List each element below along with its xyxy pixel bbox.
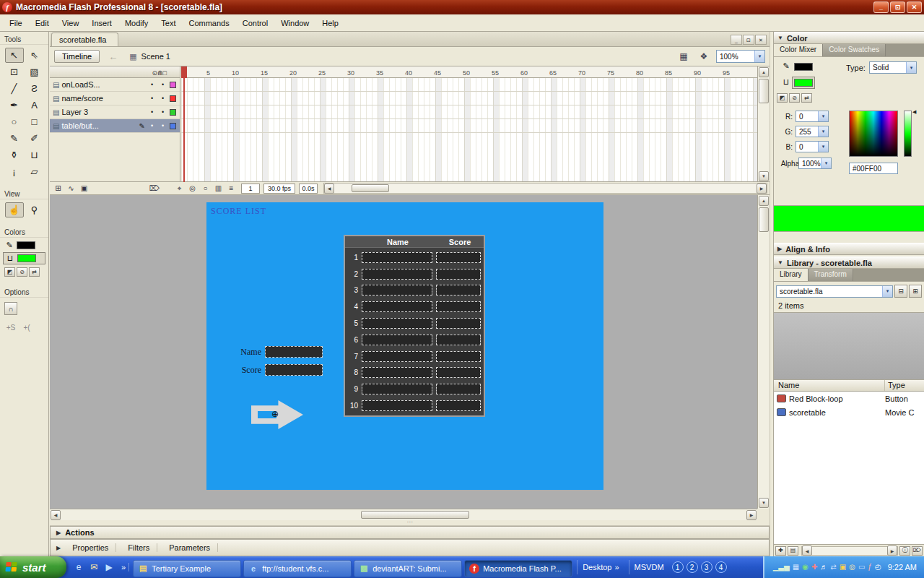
stepper-arrow-icon[interactable]: ▾ — [818, 126, 828, 137]
score-text-field[interactable] — [436, 318, 481, 329]
text-tool[interactable]: A — [25, 98, 44, 113]
zoom-tool[interactable]: ⚲ — [25, 202, 44, 217]
new-folder-button[interactable]: ▤ — [788, 546, 798, 556]
library-panel-header[interactable]: ▼ Library - scoretable.fla — [774, 256, 924, 269]
score-text-field[interactable] — [436, 269, 481, 280]
edit-multiple-frames-button[interactable]: ▥ — [212, 183, 225, 194]
align-info-panel-header[interactable]: ▶ Align & Info — [774, 243, 924, 255]
taskbar-task-button[interactable]: f Macromedia Flash P... — [464, 560, 572, 577]
library-item[interactable]: scoretable Movie C — [774, 405, 924, 419]
layer-outline-color-swatch[interactable] — [170, 82, 176, 88]
scroll-left-arrow[interactable]: ◀ — [324, 184, 334, 194]
name-text-field[interactable] — [362, 384, 432, 394]
edit-scene-button[interactable]: ▦ — [676, 49, 692, 64]
show-layers-as-outlines-icon[interactable]: □ — [163, 69, 167, 77]
scroll-right-arrow[interactable]: ▶ — [757, 184, 767, 194]
score-text-field[interactable] — [436, 367, 481, 378]
new-library-window-button[interactable]: ⊞ — [909, 285, 922, 298]
swap-colors-button[interactable]: ⇄ — [29, 267, 40, 277]
name-text-field[interactable] — [362, 400, 432, 411]
frame-ruler[interactable]: 15101520253035404550556065707580859095 — [181, 66, 757, 78]
score-input-field[interactable] — [265, 364, 323, 376]
name-text-field[interactable] — [362, 301, 432, 312]
virtual-desktop-button[interactable]: 3 — [701, 561, 712, 573]
show-hide-all-layers-icon[interactable]: ⊙ — [152, 69, 157, 77]
dropdown-arrow-icon[interactable]: ▾ — [882, 286, 892, 297]
score-text-field[interactable] — [436, 384, 481, 394]
oval-tool[interactable]: ○ — [5, 114, 24, 129]
library-horizontal-scrollbar[interactable]: ◀ ▶ — [801, 546, 898, 556]
scroll-left-arrow[interactable]: ◀ — [802, 545, 812, 556]
center-frame-button[interactable]: ⌖ — [173, 183, 186, 194]
virtual-desktop-button[interactable]: 2 — [687, 561, 698, 573]
timeline-layer[interactable]: ▤ name/score ✎ • • — [50, 92, 180, 105]
pen-tool[interactable]: ✒ — [5, 98, 24, 113]
doc-restore-button[interactable]: ⊡ — [743, 35, 754, 45]
default-colors-button[interactable]: ◩ — [777, 93, 788, 103]
timeline-horizontal-scrollbar[interactable]: ◀ ▶ — [323, 183, 767, 194]
back-button[interactable]: ← — [108, 51, 118, 62]
taskbar-task-button[interactable]: ▤ Tertiary Example — [133, 560, 241, 577]
score-text-field[interactable] — [436, 252, 481, 263]
channel-value-input[interactable]: 0 ▾ — [796, 111, 829, 122]
frames-grid[interactable] — [181, 78, 757, 182]
tab-color-swatches[interactable]: Color Swatches — [823, 44, 886, 56]
library-column-name[interactable]: Name — [774, 380, 885, 391]
timeline-layer[interactable]: ▤ Layer 3 ✎ • • — [50, 105, 180, 119]
score-text-field[interactable] — [436, 301, 481, 312]
layer-visibility-dot[interactable]: • — [147, 81, 157, 88]
pin-library-button[interactable]: ⊟ — [894, 285, 907, 298]
scroll-up-arrow[interactable]: ▲ — [759, 67, 769, 77]
pencil-tool[interactable]: ✎ — [5, 131, 24, 146]
scroll-left-arrow[interactable]: ◀ — [51, 510, 61, 520]
free-transform-tool[interactable]: ⊡ — [5, 64, 24, 79]
layer-lock-dot[interactable]: • — [157, 108, 168, 116]
menu-item[interactable]: View — [56, 17, 86, 30]
name-input-field[interactable] — [265, 346, 323, 358]
close-button[interactable]: ✕ — [907, 1, 922, 13]
tab-library[interactable]: Library — [774, 269, 808, 281]
score-text-field[interactable] — [436, 335, 481, 345]
layer-outline-color-swatch[interactable] — [170, 123, 176, 129]
library-document-select[interactable]: scoretable.fla ▾ — [776, 285, 893, 298]
layer-lock-dot[interactable]: • — [157, 95, 168, 102]
menu-item[interactable]: Edit — [29, 17, 56, 30]
outlook-quicklaunch-icon[interactable]: ✉ — [87, 561, 100, 574]
taskbar-clock[interactable]: 9:22 AM — [888, 563, 917, 571]
subselection-tool[interactable]: ⇖ — [25, 48, 44, 63]
doc-minimize-button[interactable]: _ — [731, 35, 742, 45]
straighten-option[interactable]: +( — [20, 321, 33, 334]
scroll-up-arrow[interactable]: ▲ — [759, 196, 769, 206]
rectangle-tool[interactable]: □ — [25, 114, 44, 129]
stepper-arrow-icon[interactable]: ▾ — [818, 111, 828, 121]
tab-parameters[interactable]: Parameters — [162, 543, 218, 552]
layer-lock-dot[interactable]: • — [157, 81, 168, 88]
score-text-field[interactable] — [436, 351, 481, 362]
menu-item[interactable]: File — [3, 17, 29, 30]
menu-item[interactable]: Insert — [85, 17, 118, 30]
timeline-vertical-scrollbar[interactable]: ▲ ▼ — [757, 66, 770, 182]
tab-filters[interactable]: Filters — [121, 543, 157, 552]
scroll-right-arrow[interactable]: ▶ — [887, 545, 897, 556]
score-text-field[interactable] — [436, 400, 481, 411]
scrollbar-thumb[interactable] — [361, 511, 469, 519]
lasso-tool[interactable]: Ƨ — [25, 81, 44, 96]
onion-skin-outlines-button[interactable]: ○ — [199, 183, 212, 194]
layer-outline-color-swatch[interactable] — [170, 95, 176, 102]
new-symbol-button[interactable]: ✚ — [775, 546, 786, 556]
paint-bucket-tool[interactable]: ⊔ — [25, 147, 44, 163]
flash-tray-icon[interactable]: ƒ — [868, 564, 872, 571]
brush-tool[interactable]: ✐ — [25, 131, 44, 146]
minimize-button[interactable]: _ — [873, 1, 889, 13]
name-text-field[interactable] — [362, 318, 432, 329]
mixer-stroke-swatch[interactable] — [794, 63, 813, 71]
snap-to-objects-toggle[interactable]: ∩ — [4, 302, 17, 315]
scrollbar-thumb[interactable] — [352, 184, 389, 192]
dropdown-arrow-icon[interactable]: ▾ — [906, 62, 916, 73]
insert-layer-button[interactable]: ⊞ — [52, 183, 64, 194]
timeline-layer[interactable]: ▤ onLoadS... ✎ • • — [50, 78, 180, 92]
layer-lock-dot[interactable]: • — [157, 122, 168, 129]
name-text-field[interactable] — [362, 285, 432, 296]
actions-panel-header[interactable]: ▶ Actions — [50, 526, 770, 539]
messenger-icon[interactable]: ◉ — [802, 564, 808, 571]
